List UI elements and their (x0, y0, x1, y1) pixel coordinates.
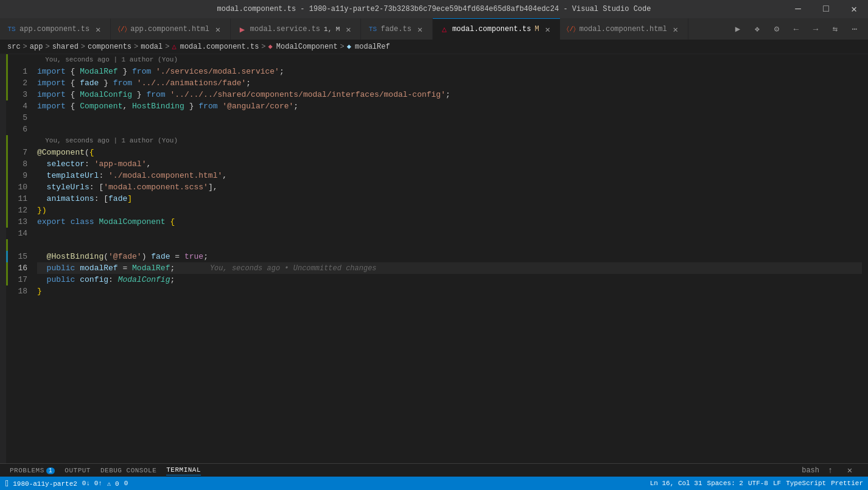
warnings-status[interactable]: 0 (124, 480, 128, 487)
title-text: modal.component.ts - 1980-a11y-parte2-73… (217, 5, 651, 13)
code-line-9: templateUrl: './modal.component.html', (37, 170, 862, 181)
breadcrumb-components[interactable]: components (88, 43, 131, 51)
breadcrumb-src[interactable]: src (7, 43, 21, 51)
line-num-9: 9 (13, 170, 27, 181)
more-actions-icon[interactable]: ⋯ (846, 21, 863, 38)
tab-close-app-component-html[interactable]: ✕ (213, 24, 223, 34)
modal-service-icon: ▶ (238, 25, 247, 33)
panel-tab-output[interactable]: OUTPUT (65, 466, 91, 475)
line-num-6: 6 (13, 124, 27, 135)
tab-modal-component-ts[interactable]: △ modal.component.ts M ✕ (433, 18, 560, 40)
html-icon: 〈/〉 (118, 25, 127, 33)
status-right: Ln 16, Col 31 Spaces: 2 UTF-8 LF TypeScr… (650, 480, 863, 487)
tab-close-app-component-ts[interactable]: ✕ (93, 24, 103, 34)
blame-annotation-2: You, seconds ago | 1 author (You) (37, 135, 862, 147)
status-left: ⌷ 1980-a11y-parte2 0↓ 0↑ ⚠ 0 0 (5, 480, 128, 488)
breadcrumb-modal-ref[interactable]: modalRef (355, 43, 390, 51)
code-line-10: styleUrls: ['modal.component.scss'], (37, 181, 862, 193)
line-num-17: 17 (13, 274, 27, 285)
code-line-7: @Component({ (37, 147, 862, 158)
line-ending[interactable]: LF (773, 480, 781, 487)
tab-label: app.component.ts (19, 25, 89, 33)
panel-tab-problems[interactable]: PROBLEMS1 (10, 466, 55, 475)
line-num-11: 11 (13, 193, 27, 205)
code-line-8: selector: 'app-modal', (37, 158, 862, 170)
code-line-4: import { Component, HostBinding } from '… (37, 100, 862, 112)
line-num-8: 8 (13, 158, 27, 170)
indentation[interactable]: Spaces: 2 (707, 480, 743, 487)
panel-tab-debug-console[interactable]: DEBUG CONSOLE (100, 466, 156, 475)
errors-status[interactable]: ⚠ 0 (107, 480, 119, 488)
line-num-5: 5 (13, 112, 27, 124)
editor-main: · 1 2 3 4 5 6 · 7 8 9 10 11 12 13 14 · 1… (0, 54, 868, 463)
line-num-15: 15 (13, 251, 27, 262)
tab-app-component-html[interactable]: 〈/〉 app.component.html ✕ (111, 18, 231, 40)
line-num-2: 2 (13, 77, 27, 89)
code-line-18: } (37, 285, 862, 297)
line-num-16: 16 (13, 262, 27, 274)
code-area[interactable]: You, seconds ago | 1 author (You) import… (32, 54, 862, 463)
code-line-12: }) (37, 205, 862, 216)
vertical-scrollbar[interactable] (862, 54, 868, 463)
code-line-16: public modalRef = ModalRef; You, seconds… (37, 262, 862, 274)
code-line-6 (37, 124, 862, 135)
maximize-button[interactable]: □ (812, 0, 840, 18)
code-line-3: import { ModalConfig } from '../../../sh… (37, 89, 862, 100)
breadcrumb-prop-icon: ◆ (347, 42, 351, 51)
code-line-13: export class ModalComponent { (37, 216, 862, 228)
formatter[interactable]: Prettier (831, 480, 863, 487)
split-editor-icon[interactable]: ❖ (749, 21, 766, 38)
panel-tab-terminal[interactable]: TERMINAL (166, 465, 201, 475)
html-icon-modal: 〈/〉 (567, 25, 576, 33)
close-button[interactable]: ✕ (840, 0, 868, 18)
tab-close-modal-component-html[interactable]: ✕ (671, 24, 681, 34)
breadcrumb-modal[interactable]: modal (141, 43, 163, 51)
terminal-shell-label: bash (802, 466, 819, 475)
breadcrumb-angular-icon: △ (172, 42, 176, 51)
git-branch[interactable]: ⌷ 1980-a11y-parte2 (5, 480, 77, 488)
tab-close-modal-service-ts[interactable]: ✕ (343, 24, 353, 34)
breadcrumb-modal-component-ts[interactable]: modal.component.ts (180, 43, 259, 51)
tab-fade-ts[interactable]: TS fade.ts ✕ (361, 18, 432, 40)
breadcrumb-shared[interactable]: shared (52, 43, 79, 51)
blame-annotation-1: You, seconds ago | 1 author (You) (37, 54, 862, 66)
breadcrumb-modal-component-class[interactable]: ModalComponent (276, 43, 338, 51)
breadcrumb-class-icon: ◆ (268, 42, 273, 51)
tab-label: fade.ts (380, 25, 411, 33)
activity-bar (0, 54, 6, 463)
editor-toolbar: ▶ ❖ ⚙ ← → ⇆ ⋯ (729, 18, 868, 40)
minimize-button[interactable]: — (784, 0, 812, 18)
tab-modal-service-ts[interactable]: ▶ modal.service.ts 1, M ✕ (231, 18, 362, 40)
status-bar: ⌷ 1980-a11y-parte2 0↓ 0↑ ⚠ 0 0 Ln 16, Co… (0, 477, 868, 490)
code-line-1: import { ModalRef } from './services/mod… (37, 66, 862, 77)
tab-close-fade-ts[interactable]: ✕ (415, 24, 425, 34)
code-line-11: animations: [fade] (37, 193, 862, 205)
tab-app-component-ts[interactable]: TS app.component.ts ✕ (0, 18, 111, 40)
settings-icon[interactable]: ⚙ (768, 21, 785, 38)
tab-modal-component-html[interactable]: 〈/〉 modal.component.html ✕ (560, 18, 688, 40)
problems-badge: 1 (46, 467, 55, 474)
tab-close-modal-component-ts[interactable]: ✕ (543, 24, 553, 34)
code-line-5 (37, 112, 862, 124)
tab-label: modal.component.html (579, 25, 667, 33)
bottom-panel: PROBLEMS1 OUTPUT DEBUG CONSOLE TERMINAL … (0, 463, 868, 477)
angular-icon: △ (440, 25, 449, 33)
line-num-14: 14 (13, 228, 27, 239)
run-icon[interactable]: ▶ (729, 21, 746, 38)
breadcrumb-app[interactable]: app (30, 43, 43, 51)
language-mode[interactable]: TypeScript (786, 480, 826, 487)
sync-status[interactable]: 0↓ 0↑ (82, 480, 102, 487)
line-num-18: 18 (13, 285, 27, 297)
breadcrumb: src > app > shared > components > modal … (0, 40, 868, 54)
cursor-position[interactable]: Ln 16, Col 31 (650, 480, 702, 487)
line-num-4: 4 (13, 100, 27, 112)
line-num-12: 12 (13, 205, 27, 216)
nav-back-icon[interactable]: ← (788, 21, 805, 38)
nav-forward-icon[interactable]: → (807, 21, 824, 38)
editor-inner: · 1 2 3 4 5 6 · 7 8 9 10 11 12 13 14 · 1… (0, 54, 868, 463)
encoding[interactable]: UTF-8 (748, 480, 768, 487)
open-changes-icon[interactable]: ⇆ (827, 21, 844, 38)
code-line-14 (37, 228, 862, 239)
line-num-10: 10 (13, 181, 27, 193)
tab-label: modal.service.ts (250, 25, 320, 33)
